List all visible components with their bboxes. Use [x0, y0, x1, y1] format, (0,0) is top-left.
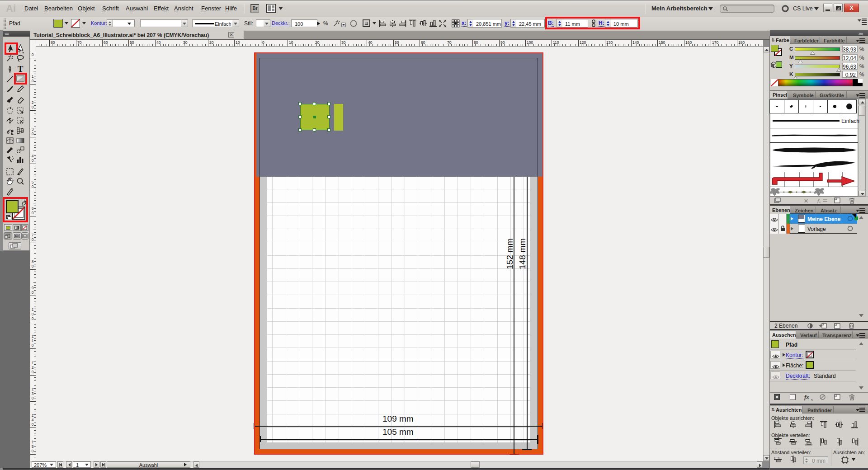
svg-text:T: T [18, 65, 24, 74]
svg-text:fx: fx [804, 394, 809, 400]
svg-text:fₓ: fₓ [817, 198, 821, 203]
